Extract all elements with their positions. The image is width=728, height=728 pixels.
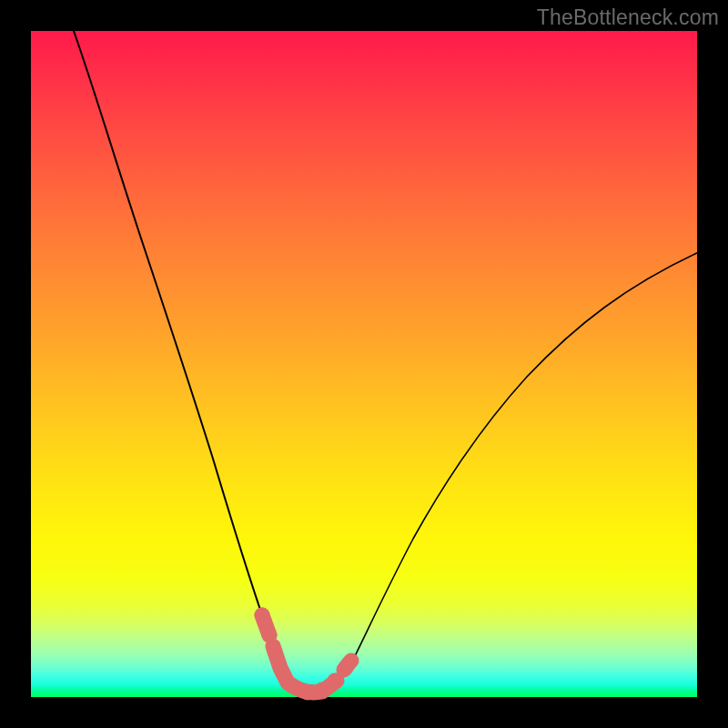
trough-dot [344,653,359,669]
trough-dot [286,679,301,694]
curve-svg [31,31,697,697]
trough-dot [262,628,278,643]
trough-dot [315,682,330,698]
trough-dot [255,608,270,623]
trough-dot [275,664,290,680]
bottleneck-curve-left [74,31,351,693]
trough-dot [300,685,316,701]
watermark-text: TheBottleneck.com [537,5,719,30]
chart-frame: TheBottleneck.com [0,0,728,728]
trough-dot [268,644,283,660]
bottleneck-curve-right [351,253,697,663]
trough-dot [328,673,343,689]
plot-area [31,31,697,697]
